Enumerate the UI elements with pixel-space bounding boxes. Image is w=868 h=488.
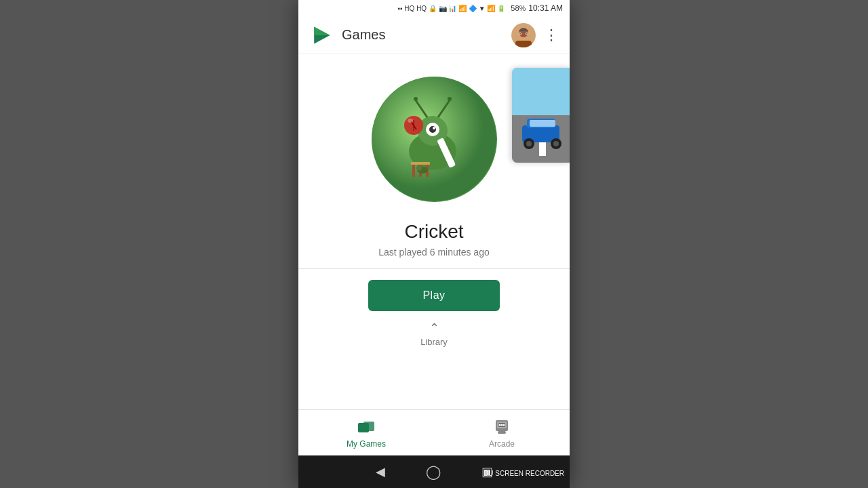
svg-rect-49: [498, 431, 505, 434]
status-bar: ▪▪ HQ HQ 🔒 📷 📊 📶 🔷 ▼ 📶 🔋 58% 10:31 AM: [298, 0, 570, 16]
svg-marker-1: [314, 26, 330, 35]
nav-item-arcade[interactable]: Arcade: [434, 410, 570, 455]
svg-rect-34: [539, 142, 546, 156]
svg-point-17: [414, 97, 418, 101]
top-bar: Games ⋮: [298, 16, 570, 54]
svg-point-15: [433, 127, 435, 129]
android-back-button[interactable]: ◀: [376, 464, 385, 479]
game-title: Cricket: [404, 221, 463, 243]
svg-point-8: [526, 33, 528, 35]
game-peek-card[interactable]: [512, 68, 570, 163]
svg-point-14: [429, 126, 436, 133]
play-button[interactable]: Play: [368, 280, 499, 311]
svg-point-30: [408, 119, 413, 123]
game-peek-image: [512, 68, 570, 163]
nav-item-my-games[interactable]: My Games: [298, 410, 434, 455]
library-button[interactable]: ⌃ Library: [420, 321, 448, 347]
more-options-button[interactable]: ⋮: [544, 28, 559, 43]
arcade-label: Arcade: [489, 439, 515, 449]
arcade-icon: [492, 418, 511, 436]
battery-level: 58%: [511, 4, 526, 12]
status-time: 10:31 AM: [528, 3, 563, 13]
content-divider: [298, 268, 570, 269]
svg-rect-43: [363, 422, 374, 431]
app-title: Games: [342, 27, 503, 43]
main-content: Cricket Last played 6 minutes ago Play ⌃…: [298, 54, 570, 409]
svg-rect-41: [530, 120, 555, 127]
svg-point-52: [501, 424, 503, 426]
svg-point-50: [499, 424, 501, 426]
chevron-up-icon: ⌃: [429, 321, 439, 336]
svg-point-51: [503, 424, 505, 426]
status-icons: ▪▪ HQ HQ 🔒 📷 📊 📶 🔷 ▼ 📶 🔋: [397, 5, 505, 12]
library-label: Library: [420, 337, 448, 347]
svg-point-19: [448, 97, 452, 101]
du-recorder-label: DU SCREEN RECORDER: [484, 470, 564, 477]
screen-wrapper: ▪▪ HQ HQ 🔒 📷 📊 📶 🔷 ▼ 📶 🔋 58% 10:31 AM Ga…: [298, 0, 570, 488]
svg-point-40: [553, 141, 559, 146]
carousel-area: [298, 54, 570, 210]
svg-rect-27: [411, 162, 430, 165]
last-played-text: Last played 6 minutes ago: [378, 247, 489, 258]
svg-point-7: [519, 33, 521, 35]
cricket-game-icon[interactable]: [372, 77, 497, 202]
svg-rect-24: [412, 163, 415, 177]
my-games-icon: [357, 418, 376, 436]
svg-rect-4: [515, 41, 532, 47]
play-games-logo: [309, 23, 334, 47]
android-nav-wrapper: ◀ ◯ ▣ DU SCREEN RECORDER: [298, 455, 570, 488]
top-bar-right: ⋮: [511, 23, 559, 47]
bottom-nav: My Games Arcade: [298, 409, 570, 455]
my-games-label: My Games: [347, 439, 386, 449]
svg-point-29: [416, 165, 422, 171]
avatar[interactable]: [511, 23, 536, 47]
android-home-button[interactable]: ◯: [426, 464, 441, 480]
svg-point-39: [526, 141, 532, 146]
